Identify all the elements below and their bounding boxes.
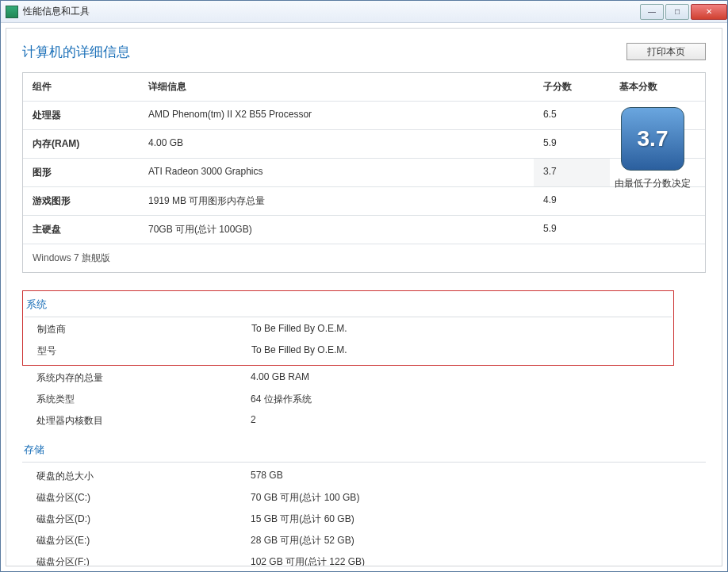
cell-component: 内存(RAM) bbox=[23, 130, 139, 158]
cell-subscore: 4.9 bbox=[534, 187, 610, 215]
window-buttons: — □ ✕ bbox=[638, 4, 727, 20]
kv-row: 磁盘分区(F:) 102 GB 可用(总计 122 GB) bbox=[22, 551, 706, 566]
kv-value: 15 GB 可用(总计 60 GB) bbox=[251, 512, 354, 526]
cell-subscore: 5.9 bbox=[534, 130, 610, 158]
kv-label: 硬盘的总大小 bbox=[36, 470, 251, 483]
kv-label: 磁盘分区(C:) bbox=[36, 491, 251, 505]
kv-value: 102 GB 可用(总计 122 GB) bbox=[251, 555, 365, 566]
cell-detail: 70GB 可用(总计 100GB) bbox=[139, 216, 534, 244]
kv-label: 系统内存的总量 bbox=[36, 371, 251, 385]
cell-component: 处理器 bbox=[23, 102, 139, 129]
base-score-badge: 3.7 bbox=[621, 107, 684, 171]
kv-label: 磁盘分区(F:) bbox=[36, 555, 251, 566]
kv-label: 制造商 bbox=[37, 323, 251, 336]
score-table-header: 组件 详细信息 子分数 基本分数 bbox=[23, 73, 705, 102]
page-header: 计算机的详细信息 打印本页 bbox=[22, 43, 706, 61]
content-pane[interactable]: 计算机的详细信息 打印本页 组件 详细信息 子分数 基本分数 处理器 AMD P… bbox=[6, 28, 722, 566]
cell-subscore: 5.9 bbox=[534, 216, 610, 244]
table-row: 游戏图形 1919 MB 可用图形内存总量 4.9 bbox=[23, 187, 705, 216]
minimize-button[interactable]: — bbox=[640, 4, 664, 20]
col-component: 组件 bbox=[23, 73, 139, 101]
kv-value: To Be Filled By O.E.M. bbox=[251, 344, 347, 358]
kv-row: 磁盘分区(D:) 15 GB 可用(总计 60 GB) bbox=[22, 509, 706, 530]
system-section-highlight: 系统 制造商 To Be Filled By O.E.M. 型号 To Be F… bbox=[22, 290, 674, 366]
cell-subscore: 6.5 bbox=[534, 102, 610, 129]
kv-row: 磁盘分区(C:) 70 GB 可用(总计 100 GB) bbox=[22, 487, 706, 509]
kv-row: 型号 To Be Filled By O.E.M. bbox=[23, 340, 673, 362]
window-title: 性能信息和工具 bbox=[23, 5, 638, 18]
table-row: 处理器 AMD Phenom(tm) II X2 B55 Processor 6… bbox=[23, 102, 705, 130]
kv-value: 64 位操作系统 bbox=[251, 393, 312, 406]
kv-value: To Be Filled By O.E.M. bbox=[251, 323, 347, 336]
kv-label: 磁盘分区(E:) bbox=[36, 534, 251, 547]
cell-detail: ATI Radeon 3000 Graphics bbox=[139, 159, 534, 186]
kv-label: 型号 bbox=[37, 344, 251, 358]
app-icon bbox=[6, 6, 18, 18]
kv-row: 制造商 To Be Filled By O.E.M. bbox=[23, 319, 673, 340]
section-header-system: 系统 bbox=[25, 293, 672, 317]
kv-row: 处理器内核数目 2 bbox=[22, 410, 706, 432]
cell-detail: 4.00 GB bbox=[139, 130, 534, 158]
kv-label: 处理器内核数目 bbox=[36, 414, 251, 428]
kv-value: 2 bbox=[251, 414, 256, 428]
kv-row: 系统内存的总量 4.00 GB RAM bbox=[22, 367, 706, 389]
titlebar[interactable]: 性能信息和工具 — □ ✕ bbox=[1, 1, 727, 23]
table-row: 内存(RAM) 4.00 GB 5.9 bbox=[23, 130, 705, 159]
kv-value: 70 GB 可用(总计 100 GB) bbox=[251, 491, 359, 505]
kv-row: 系统类型 64 位操作系统 bbox=[22, 389, 706, 410]
maximize-button[interactable]: □ bbox=[665, 4, 689, 20]
kv-row: 磁盘分区(E:) 28 GB 可用(总计 52 GB) bbox=[22, 530, 706, 551]
cell-subscore-lowest: 3.7 bbox=[534, 159, 610, 186]
score-table: 组件 详细信息 子分数 基本分数 处理器 AMD Phenom(tm) II X… bbox=[22, 72, 706, 273]
os-edition: Windows 7 旗舰版 bbox=[23, 244, 120, 272]
table-row: 图形 ATI Radeon 3000 Graphics 3.7 bbox=[23, 159, 705, 187]
cell-component: 图形 bbox=[23, 159, 139, 186]
col-subscore: 子分数 bbox=[534, 73, 610, 101]
page-title: 计算机的详细信息 bbox=[22, 43, 130, 61]
kv-label: 系统类型 bbox=[36, 393, 251, 406]
col-basescore: 基本分数 bbox=[610, 73, 705, 101]
cell-component: 游戏图形 bbox=[23, 187, 139, 215]
cell-component: 主硬盘 bbox=[23, 216, 139, 244]
col-detail: 详细信息 bbox=[139, 73, 534, 101]
kv-label: 磁盘分区(D:) bbox=[36, 512, 251, 526]
client-area: 计算机的详细信息 打印本页 组件 详细信息 子分数 基本分数 处理器 AMD P… bbox=[1, 23, 727, 571]
window-frame: 性能信息和工具 — □ ✕ 计算机的详细信息 打印本页 组件 详细信息 子分数 … bbox=[0, 0, 728, 572]
print-button[interactable]: 打印本页 bbox=[626, 43, 706, 60]
kv-value: 4.00 GB RAM bbox=[251, 371, 309, 385]
kv-value: 28 GB 可用(总计 52 GB) bbox=[251, 534, 354, 547]
kv-row: 硬盘的总大小 578 GB bbox=[22, 466, 706, 487]
table-row: 主硬盘 70GB 可用(总计 100GB) 5.9 bbox=[23, 216, 705, 244]
cell-detail: 1919 MB 可用图形内存总量 bbox=[139, 187, 534, 215]
kv-value: 578 GB bbox=[251, 470, 283, 483]
base-score-block: 3.7 由最低子分数决定 bbox=[609, 107, 696, 190]
section-header-storage: 存储 bbox=[22, 438, 706, 463]
close-button[interactable]: ✕ bbox=[691, 4, 727, 20]
score-table-footer: Windows 7 旗舰版 bbox=[23, 244, 705, 272]
cell-detail: AMD Phenom(tm) II X2 B55 Processor bbox=[139, 102, 534, 129]
base-score-note: 由最低子分数决定 bbox=[609, 177, 696, 190]
